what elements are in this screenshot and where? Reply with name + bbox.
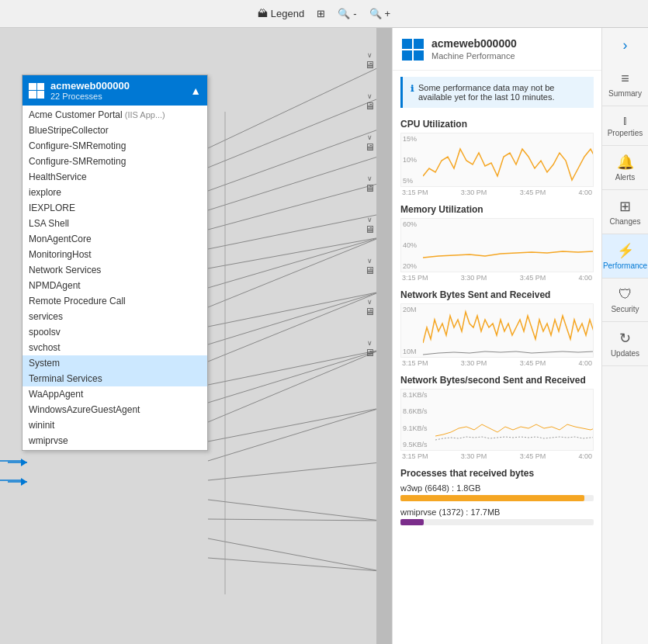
properties-icon: ⫿ <box>622 114 628 126</box>
info-message: Some performance data may not be availab… <box>418 83 586 102</box>
svg-line-19 <box>208 519 380 521</box>
legend-icon: 🏔 <box>258 8 268 19</box>
process-box-header: acmeweb000000 22 Processes ▲ <box>23 75 207 106</box>
process-item[interactable]: iexplore <box>23 185 207 200</box>
network-bytes-chart-section: Network Bytes Sent and Received 20M 10M … <box>393 285 601 370</box>
svg-line-1 <box>208 98 380 168</box>
info-icon: ℹ <box>411 84 414 94</box>
svg-line-11 <box>208 292 380 362</box>
info-banner: ℹ Some performance data may not be avail… <box>400 77 594 108</box>
right-scroll-bar <box>376 28 392 644</box>
memory-time-labels: 3:15 PM 3:30 PM 3:45 PM 4:00 <box>400 274 594 282</box>
svg-line-13 <box>208 350 380 403</box>
changes-icon: ⊞ <box>619 198 631 215</box>
zoom-out-button[interactable]: 🔍 - <box>338 8 356 19</box>
svg-line-9 <box>208 292 380 327</box>
cpu-chart-section: CPU Utilization 15% 10% 5% 3:15 PM 3:30 … <box>393 114 601 199</box>
network-kbs-chart-section: Network Bytes/second Sent and Received 8… <box>393 370 601 463</box>
nav-expand-button[interactable]: › <box>614 28 637 63</box>
process-item[interactable]: WindowsAzureGuestAgent <box>23 402 207 417</box>
nav-summary-label: Summary <box>608 89 642 98</box>
summary-icon: ≡ <box>621 71 629 87</box>
monitor-icon-8: 🖥 <box>365 347 375 358</box>
process-item[interactable]: Remote Procedure Call <box>23 293 207 309</box>
svg-line-10 <box>208 292 380 345</box>
svg-line-8 <box>208 237 380 307</box>
svg-line-20 <box>208 538 380 571</box>
network-kbs-time-labels: 3:15 PM 3:30 PM 3:45 PM 4:00 <box>400 452 594 460</box>
svg-line-2 <box>208 129 380 191</box>
process-item[interactable]: Acme Customer Portal (IIS App...) <box>23 107 207 123</box>
svg-line-0 <box>208 67 380 148</box>
updates-icon: ↻ <box>619 330 631 347</box>
svg-line-21 <box>208 558 380 571</box>
process-item[interactable]: HealthService <box>23 169 207 185</box>
nav-updates-label: Updates <box>611 349 639 358</box>
network-bytes-time-labels: 3:15 PM 3:30 PM 3:45 PM 4:00 <box>400 359 594 367</box>
nav-updates[interactable]: ↻ Updates <box>602 322 648 366</box>
nav-security-label: Security <box>611 305 639 313</box>
cpu-chart: 15% 10% 5% <box>400 133 594 187</box>
process-item[interactable]: Configure-SMRemoting <box>23 154 207 169</box>
svg-line-7 <box>208 237 380 288</box>
nav-alerts[interactable]: 🔔 Alerts <box>602 146 648 190</box>
svg-line-16 <box>208 408 380 461</box>
process-list: Acme Customer Portal (IIS App...)BlueStr… <box>23 106 207 450</box>
cpu-chart-title: CPU Utilization <box>400 119 594 130</box>
nav-properties[interactable]: ⫿ Properties <box>602 106 648 146</box>
network-kbs-chart: 8.1KB/s 8.6KB/s 9.1KB/s 9.5KB/s <box>400 389 594 451</box>
svg-line-6 <box>208 237 380 268</box>
nav-performance[interactable]: ⚡ Performance <box>602 234 648 279</box>
security-icon: 🛡 <box>619 286 632 303</box>
svg-line-14 <box>208 350 380 422</box>
svg-line-4 <box>208 183 380 230</box>
zoom-out-icon: 🔍 <box>338 8 350 19</box>
process-item[interactable]: wmiprvse <box>23 433 207 448</box>
bytes-section: Processes that received bytes w3wp (6648… <box>393 463 601 536</box>
network-kbs-chart-title: Network Bytes/second Sent and Received <box>400 375 594 386</box>
memory-chart-section: Memory Utilization 60% 40% 20% 3:15 PM 3… <box>393 199 601 285</box>
bytes-label-1: w3wp (6648) : 1.8GB <box>400 483 594 493</box>
fit-button[interactable]: ⊞ <box>317 8 325 19</box>
bytes-label-2: wmiprvse (1372) : 17.7MB <box>400 507 594 517</box>
detail-header: acmeweb000000 Machine Performance <box>393 28 601 71</box>
nav-properties-label: Properties <box>608 129 643 137</box>
zoom-in-icon: 🔍 <box>369 8 382 19</box>
nav-changes[interactable]: ⊞ Changes <box>602 190 648 234</box>
network-kbs-svg <box>435 390 593 450</box>
process-item[interactable]: NPMDAgent <box>23 278 207 293</box>
monitor-icon-1: 🖥 <box>365 59 375 71</box>
process-item[interactable]: IEXPLORE <box>23 200 207 216</box>
process-item[interactable]: WaAppAgent <box>23 386 207 402</box>
process-item[interactable]: MonAgentCore <box>23 231 207 247</box>
process-item[interactable]: Network Services <box>23 262 207 278</box>
process-item[interactable]: services <box>23 309 207 324</box>
process-item[interactable]: Configure-SMRemoting <box>23 138 207 154</box>
process-item[interactable]: Terminal Services <box>23 371 207 386</box>
detail-machine-subtitle: Machine Performance <box>431 51 517 61</box>
collapse-button[interactable]: ▲ <box>190 85 201 97</box>
process-item[interactable]: BlueStripeCollector <box>23 123 207 138</box>
nav-security[interactable]: 🛡 Security <box>602 279 648 322</box>
nav-summary[interactable]: ≡ Summary <box>602 63 648 106</box>
zoom-in-button[interactable]: 🔍 + <box>369 8 391 19</box>
monitor-icons-column: ∨ 🖥 ∨ 🖥 ∨ 🖥 ∨ 🖥 ∨ 🖥 ∨ 🖥 ∨ 🖥 ∨ 🖥 <box>365 51 375 358</box>
detail-panel: acmeweb000000 Machine Performance ℹ Some… <box>392 28 601 644</box>
process-item[interactable]: spoolsv <box>23 324 207 340</box>
monitor-icon-5: 🖥 <box>365 223 375 235</box>
legend-button[interactable]: 🏔 Legend <box>258 8 304 19</box>
process-item[interactable]: System <box>23 355 207 371</box>
bytes-section-title: Processes that received bytes <box>400 468 594 479</box>
svg-line-5 <box>208 214 380 249</box>
svg-line-18 <box>208 500 380 521</box>
monitor-icon-2: 🖥 <box>365 100 375 112</box>
monitor-icon-7: 🖥 <box>365 306 375 317</box>
process-item[interactable]: MonitoringHost <box>23 247 207 262</box>
memory-chart-svg <box>423 219 593 272</box>
process-item[interactable]: wininit <box>23 417 207 433</box>
monitor-icon-4: 🖥 <box>365 182 375 194</box>
process-item[interactable]: LSA Shell <box>23 216 207 231</box>
cpu-chart-svg <box>423 133 593 186</box>
cpu-time-labels: 3:15 PM 3:30 PM 3:45 PM 4:00 <box>400 189 594 196</box>
process-item[interactable]: svchost <box>23 340 207 355</box>
